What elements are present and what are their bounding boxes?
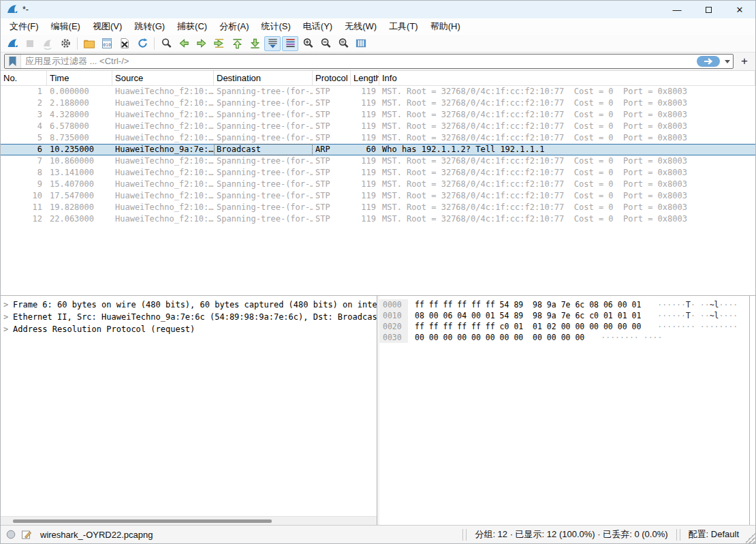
packet-cell-destination: Spanning-tree-(for-…: [214, 109, 313, 121]
scrollbar-thumb[interactable]: [13, 519, 272, 523]
zoom-in-button[interactable]: [300, 36, 316, 51]
next-packet-button[interactable]: [193, 36, 210, 51]
svg-text:010: 010: [103, 42, 111, 48]
first-packet-button[interactable]: [229, 36, 245, 51]
packet-row[interactable]: 46.578000HuaweiTechno_f2:10:…Spanning-tr…: [1, 121, 755, 132]
apply-filter-button[interactable]: [697, 56, 720, 67]
column-header-source[interactable]: Source: [112, 71, 214, 85]
menu-item[interactable]: 分析(A): [213, 19, 255, 34]
column-header-info[interactable]: Info: [379, 71, 755, 85]
find-packet-button[interactable]: [158, 36, 174, 51]
packet-row[interactable]: 915.407000HuaweiTechno_f2:10:…Spanning-t…: [1, 179, 755, 190]
colorize-icon: [285, 37, 296, 49]
packet-cell-info: MST. Root = 32768/0/4c:1f:cc:f2:10:77 Co…: [379, 213, 755, 225]
packet-row[interactable]: 610.235000HuaweiTechno_9a:7e:…BroadcastA…: [1, 144, 755, 155]
menu-item[interactable]: 统计(S): [255, 19, 296, 34]
open-file-button[interactable]: [81, 36, 97, 51]
packet-cell-destination: Spanning-tree-(for-…: [214, 121, 313, 132]
packet-cell-source: HuaweiTechno_f2:10:…: [112, 132, 214, 144]
hex-ascii: ········ ····: [601, 332, 662, 343]
expand-chevron-icon[interactable]: >: [3, 323, 13, 335]
minimize-button[interactable]: —: [661, 1, 693, 18]
column-header-no[interactable]: No.: [1, 71, 47, 85]
column-header-protocol[interactable]: Protocol: [313, 71, 351, 85]
capture-comment-icon[interactable]: [21, 529, 32, 540]
add-filter-button[interactable]: +: [737, 54, 752, 69]
packet-row[interactable]: 1222.063000HuaweiTechno_f2:10:…Spanning-…: [1, 213, 755, 225]
menu-item[interactable]: 无线(W): [338, 19, 383, 34]
reload-file-button[interactable]: [134, 36, 151, 51]
menu-item[interactable]: 工具(T): [383, 19, 424, 34]
packet-cell-time: 2.188000: [47, 97, 112, 109]
packet-row[interactable]: 22.188000HuaweiTechno_f2:10:…Spanning-tr…: [1, 97, 755, 109]
capture-options-button[interactable]: [57, 36, 74, 51]
packet-row[interactable]: 1017.547000HuaweiTechno_f2:10:…Spanning-…: [1, 190, 755, 202]
packet-row[interactable]: 34.328000HuaweiTechno_f2:10:…Spanning-tr…: [1, 109, 755, 121]
packet-cell-time: 0.000000: [47, 86, 112, 97]
packet-cell-destination: Broadcast: [214, 144, 313, 155]
restart-capture-icon: [42, 37, 54, 50]
save-file-button[interactable]: 010: [99, 36, 115, 51]
expand-chevron-icon[interactable]: >: [3, 299, 13, 311]
packet-cell-destination: Spanning-tree-(for-…: [214, 167, 313, 179]
menu-item[interactable]: 视图(V): [86, 19, 128, 34]
restart-capture-button[interactable]: [40, 36, 56, 51]
hex-row[interactable]: 001008 00 06 04 00 01 54 89 98 9a 7e 6c …: [379, 310, 749, 321]
hex-row[interactable]: 0000ff ff ff ff ff ff 54 89 98 9a 7e 6c …: [379, 299, 749, 310]
detail-horizontal-scrollbar[interactable]: [1, 516, 377, 525]
packet-row[interactable]: 58.735000HuaweiTechno_f2:10:…Spanning-tr…: [1, 132, 755, 144]
resize-grip[interactable]: [746, 526, 755, 543]
menu-item[interactable]: 帮助(H): [424, 19, 467, 34]
last-packet-button[interactable]: [247, 36, 263, 51]
menu-item[interactable]: 捕获(C): [171, 19, 213, 34]
packet-row[interactable]: 10.000000HuaweiTechno_f2:10:…Spanning-tr…: [1, 86, 755, 97]
packet-cell-destination: Spanning-tree-(for-…: [214, 190, 313, 202]
packet-cell-time: 10.235000: [47, 144, 112, 155]
column-header-time[interactable]: Time: [47, 71, 112, 85]
go-to-packet-button[interactable]: [211, 36, 227, 51]
colorize-button[interactable]: [282, 36, 298, 51]
hex-bytes: ff ff ff ff ff ff 54 89 98 9a 7e 6c 08 0…: [415, 299, 641, 310]
packet-cell-length: 119: [351, 213, 379, 225]
zoom-reset-button[interactable]: [335, 36, 351, 51]
resize-columns-button[interactable]: [353, 36, 369, 51]
zoom-out-button[interactable]: [317, 36, 334, 51]
packet-row[interactable]: 813.141000HuaweiTechno_f2:10:…Spanning-t…: [1, 167, 755, 179]
close-button[interactable]: ✕: [724, 1, 755, 18]
hex-row[interactable]: 0020ff ff ff ff ff ff c0 01 01 02 00 00 …: [379, 321, 749, 332]
menu-item[interactable]: 电话(Y): [297, 19, 338, 34]
stop-capture-button[interactable]: [22, 36, 38, 51]
packet-cell-source: HuaweiTechno_f2:10:…: [112, 213, 214, 225]
packet-cell-protocol: STP: [313, 97, 351, 109]
column-header-length[interactable]: Length: [351, 71, 379, 85]
packet-detail-pane: >Frame 6: 60 bytes on wire (480 bits), 6…: [1, 296, 377, 525]
menu-item[interactable]: 编辑(E): [45, 19, 86, 34]
menu-item[interactable]: 跳转(G): [128, 19, 171, 34]
status-divider: [462, 529, 463, 541]
detail-tree-row[interactable]: >Ethernet II, Src: HuaweiTechno_9a:7e:6c…: [1, 311, 377, 323]
profile-label[interactable]: 配置: Default: [682, 528, 746, 541]
filter-history-dropdown[interactable]: [722, 55, 733, 68]
display-filter-input[interactable]: 应用显示过滤器 ... <Ctrl-/>: [4, 54, 734, 69]
detail-tree-row[interactable]: >Frame 6: 60 bytes on wire (480 bits), 6…: [1, 299, 377, 311]
expand-chevron-icon[interactable]: >: [3, 311, 13, 323]
hex-row[interactable]: 003000 00 00 00 00 00 00 00 00 00 00 00·…: [379, 332, 749, 343]
packet-cell-no: 2: [1, 97, 47, 109]
close-file-button[interactable]: [116, 36, 133, 51]
packet-cell-destination: Spanning-tree-(for-…: [214, 132, 313, 144]
packet-cell-length: 119: [351, 155, 379, 167]
capture-filename[interactable]: wireshark_-OYRD22.pcapng: [40, 530, 153, 540]
start-capture-button[interactable]: [4, 36, 20, 51]
expert-info-icon[interactable]: [6, 530, 16, 539]
menu-item[interactable]: 文件(F): [3, 19, 45, 34]
previous-packet-button[interactable]: [176, 36, 192, 51]
auto-scroll-button[interactable]: [264, 36, 281, 51]
packet-list-body: 10.000000HuaweiTechno_f2:10:…Spanning-tr…: [1, 86, 755, 225]
packet-row[interactable]: 710.860000HuaweiTechno_f2:10:…Spanning-t…: [1, 155, 755, 167]
packet-row[interactable]: 1119.828000HuaweiTechno_f2:10:…Spanning-…: [1, 202, 755, 213]
packet-bytes-pane: 0000ff ff ff ff ff ff 54 89 98 9a 7e 6c …: [379, 296, 750, 525]
detail-tree-row[interactable]: >Address Resolution Protocol (request): [1, 323, 377, 335]
column-header-destination[interactable]: Destination: [214, 71, 313, 85]
maximize-button[interactable]: [693, 1, 724, 18]
filter-bookmark-icon[interactable]: [5, 55, 21, 68]
